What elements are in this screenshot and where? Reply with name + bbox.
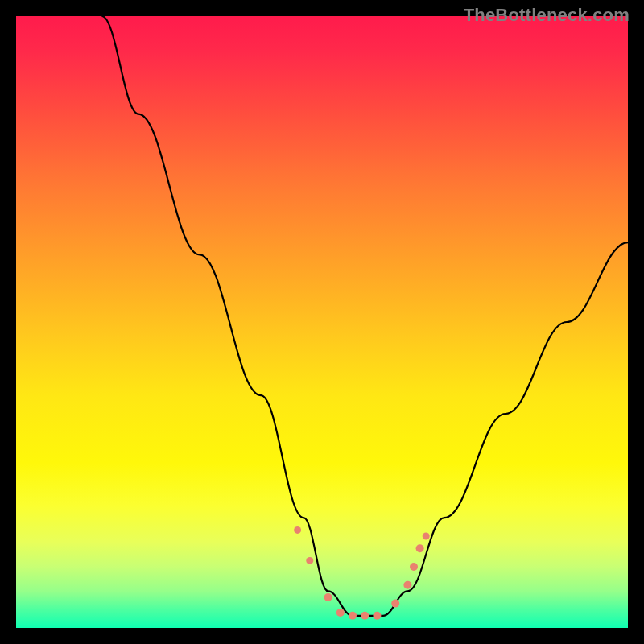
curve-marker — [324, 593, 332, 601]
curve-marker — [306, 557, 313, 564]
curve-svg-layer — [16, 16, 628, 628]
curve-marker — [410, 563, 418, 571]
curve-marker — [391, 600, 399, 608]
bottleneck-curve — [101, 16, 628, 616]
chart-frame: TheBottleneck.com — [0, 0, 644, 644]
curve-marker — [416, 544, 424, 552]
curve-marker — [336, 609, 345, 617]
curve-marker — [349, 612, 357, 620]
bottleneck-curve-group — [101, 16, 628, 620]
watermark-text: TheBottleneck.com — [464, 5, 630, 26]
curve-marker — [423, 533, 430, 540]
curve-marker — [403, 581, 411, 589]
curve-marker — [361, 612, 369, 620]
curve-marker — [294, 526, 301, 534]
curve-marker — [373, 612, 381, 620]
curve-markers — [294, 526, 430, 620]
